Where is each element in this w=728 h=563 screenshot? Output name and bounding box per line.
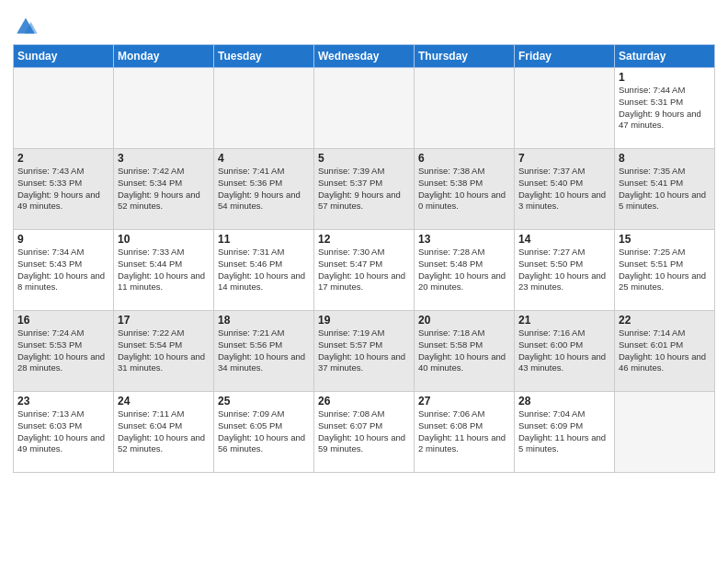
day-info: Sunrise: 7:06 AM Sunset: 6:08 PM Dayligh… bbox=[418, 408, 510, 455]
calendar-day-cell: 14Sunrise: 7:27 AM Sunset: 5:50 PM Dayli… bbox=[515, 230, 615, 311]
calendar-day-header: Monday bbox=[114, 45, 214, 68]
calendar-day-cell bbox=[214, 68, 314, 149]
calendar-day-cell: 28Sunrise: 7:04 AM Sunset: 6:09 PM Dayli… bbox=[515, 392, 615, 473]
day-number: 4 bbox=[218, 152, 310, 165]
day-number: 28 bbox=[518, 395, 610, 408]
header bbox=[13, 9, 715, 39]
calendar-day-cell: 22Sunrise: 7:14 AM Sunset: 6:01 PM Dayli… bbox=[615, 311, 715, 392]
day-info: Sunrise: 7:11 AM Sunset: 6:04 PM Dayligh… bbox=[118, 408, 210, 455]
calendar-day-cell: 9Sunrise: 7:34 AM Sunset: 5:43 PM Daylig… bbox=[14, 230, 114, 311]
calendar-day-cell: 6Sunrise: 7:38 AM Sunset: 5:38 PM Daylig… bbox=[415, 149, 515, 230]
day-info: Sunrise: 7:42 AM Sunset: 5:34 PM Dayligh… bbox=[118, 166, 210, 213]
calendar-day-header: Thursday bbox=[415, 45, 515, 68]
calendar-week-row: 1Sunrise: 7:44 AM Sunset: 5:31 PM Daylig… bbox=[14, 68, 715, 149]
day-number: 12 bbox=[318, 233, 410, 246]
calendar-day-cell: 4Sunrise: 7:41 AM Sunset: 5:36 PM Daylig… bbox=[214, 149, 314, 230]
day-number: 17 bbox=[118, 314, 210, 327]
calendar-day-cell: 19Sunrise: 7:19 AM Sunset: 5:57 PM Dayli… bbox=[314, 311, 415, 392]
calendar-day-header: Sunday bbox=[14, 45, 114, 68]
calendar-day-cell: 24Sunrise: 7:11 AM Sunset: 6:04 PM Dayli… bbox=[114, 392, 214, 473]
day-number: 8 bbox=[619, 152, 711, 165]
calendar-header: SundayMondayTuesdayWednesdayThursdayFrid… bbox=[14, 45, 715, 68]
day-info: Sunrise: 7:44 AM Sunset: 5:31 PM Dayligh… bbox=[619, 85, 711, 132]
calendar-week-row: 23Sunrise: 7:13 AM Sunset: 6:03 PM Dayli… bbox=[14, 392, 715, 473]
day-info: Sunrise: 7:19 AM Sunset: 5:57 PM Dayligh… bbox=[318, 327, 410, 374]
day-info: Sunrise: 7:31 AM Sunset: 5:46 PM Dayligh… bbox=[218, 247, 310, 293]
day-number: 3 bbox=[118, 152, 210, 165]
day-info: Sunrise: 7:30 AM Sunset: 5:47 PM Dayligh… bbox=[318, 247, 410, 293]
day-info: Sunrise: 7:34 AM Sunset: 5:43 PM Dayligh… bbox=[17, 247, 109, 293]
day-number: 13 bbox=[418, 233, 510, 246]
day-number: 27 bbox=[418, 395, 510, 408]
calendar-day-cell: 2Sunrise: 7:43 AM Sunset: 5:33 PM Daylig… bbox=[14, 149, 114, 230]
calendar-day-cell: 5Sunrise: 7:39 AM Sunset: 5:37 PM Daylig… bbox=[314, 149, 415, 230]
day-number: 25 bbox=[218, 395, 310, 408]
calendar-day-cell: 15Sunrise: 7:25 AM Sunset: 5:51 PM Dayli… bbox=[615, 230, 715, 311]
day-number: 15 bbox=[619, 233, 711, 246]
day-info: Sunrise: 7:22 AM Sunset: 5:54 PM Dayligh… bbox=[118, 327, 210, 374]
day-number: 1 bbox=[619, 71, 711, 84]
day-number: 16 bbox=[17, 314, 109, 327]
calendar-day-cell: 27Sunrise: 7:06 AM Sunset: 6:08 PM Dayli… bbox=[415, 392, 515, 473]
day-info: Sunrise: 7:37 AM Sunset: 5:40 PM Dayligh… bbox=[518, 166, 610, 213]
day-number: 14 bbox=[518, 233, 610, 246]
day-info: Sunrise: 7:08 AM Sunset: 6:07 PM Dayligh… bbox=[318, 408, 410, 455]
day-info: Sunrise: 7:35 AM Sunset: 5:41 PM Dayligh… bbox=[619, 166, 711, 213]
day-info: Sunrise: 7:09 AM Sunset: 6:05 PM Dayligh… bbox=[218, 408, 310, 455]
day-info: Sunrise: 7:39 AM Sunset: 5:37 PM Dayligh… bbox=[318, 166, 410, 213]
calendar-day-header: Friday bbox=[515, 45, 615, 68]
day-info: Sunrise: 7:41 AM Sunset: 5:36 PM Dayligh… bbox=[218, 166, 310, 213]
day-number: 5 bbox=[318, 152, 410, 165]
day-number: 26 bbox=[318, 395, 410, 408]
day-info: Sunrise: 7:16 AM Sunset: 6:00 PM Dayligh… bbox=[518, 327, 610, 374]
day-info: Sunrise: 7:27 AM Sunset: 5:50 PM Dayligh… bbox=[518, 247, 610, 293]
page: SundayMondayTuesdayWednesdayThursdayFrid… bbox=[0, 0, 728, 482]
day-info: Sunrise: 7:14 AM Sunset: 6:01 PM Dayligh… bbox=[619, 327, 711, 374]
calendar-day-cell bbox=[314, 68, 415, 149]
day-number: 24 bbox=[118, 395, 210, 408]
calendar-day-cell bbox=[515, 68, 615, 149]
calendar-day-header: Wednesday bbox=[314, 45, 415, 68]
calendar-day-cell: 12Sunrise: 7:30 AM Sunset: 5:47 PM Dayli… bbox=[314, 230, 415, 311]
day-number: 10 bbox=[118, 233, 210, 246]
calendar-day-cell bbox=[14, 68, 114, 149]
calendar-day-cell: 21Sunrise: 7:16 AM Sunset: 6:00 PM Dayli… bbox=[515, 311, 615, 392]
day-number: 2 bbox=[17, 152, 109, 165]
calendar-body: 1Sunrise: 7:44 AM Sunset: 5:31 PM Daylig… bbox=[14, 68, 715, 473]
calendar-day-cell bbox=[415, 68, 515, 149]
logo-icon bbox=[13, 13, 39, 39]
day-info: Sunrise: 7:33 AM Sunset: 5:44 PM Dayligh… bbox=[118, 247, 210, 293]
calendar-day-cell: 18Sunrise: 7:21 AM Sunset: 5:56 PM Dayli… bbox=[214, 311, 314, 392]
day-info: Sunrise: 7:21 AM Sunset: 5:56 PM Dayligh… bbox=[218, 327, 310, 374]
day-number: 22 bbox=[619, 314, 711, 327]
calendar-day-cell: 17Sunrise: 7:22 AM Sunset: 5:54 PM Dayli… bbox=[114, 311, 214, 392]
day-info: Sunrise: 7:43 AM Sunset: 5:33 PM Dayligh… bbox=[17, 166, 109, 213]
calendar-week-row: 2Sunrise: 7:43 AM Sunset: 5:33 PM Daylig… bbox=[14, 149, 715, 230]
calendar-week-row: 16Sunrise: 7:24 AM Sunset: 5:53 PM Dayli… bbox=[14, 311, 715, 392]
calendar-week-row: 9Sunrise: 7:34 AM Sunset: 5:43 PM Daylig… bbox=[14, 230, 715, 311]
day-info: Sunrise: 7:28 AM Sunset: 5:48 PM Dayligh… bbox=[418, 247, 510, 293]
day-number: 9 bbox=[17, 233, 109, 246]
calendar-day-cell: 16Sunrise: 7:24 AM Sunset: 5:53 PM Dayli… bbox=[14, 311, 114, 392]
calendar-day-cell: 20Sunrise: 7:18 AM Sunset: 5:58 PM Dayli… bbox=[415, 311, 515, 392]
day-number: 20 bbox=[418, 314, 510, 327]
day-number: 11 bbox=[218, 233, 310, 246]
day-number: 21 bbox=[518, 314, 610, 327]
day-info: Sunrise: 7:38 AM Sunset: 5:38 PM Dayligh… bbox=[418, 166, 510, 213]
calendar-day-cell: 11Sunrise: 7:31 AM Sunset: 5:46 PM Dayli… bbox=[214, 230, 314, 311]
header-row: SundayMondayTuesdayWednesdayThursdayFrid… bbox=[14, 45, 715, 68]
calendar-day-cell bbox=[615, 392, 715, 473]
calendar-day-cell: 23Sunrise: 7:13 AM Sunset: 6:03 PM Dayli… bbox=[14, 392, 114, 473]
day-number: 23 bbox=[17, 395, 109, 408]
day-info: Sunrise: 7:04 AM Sunset: 6:09 PM Dayligh… bbox=[518, 408, 610, 455]
calendar-day-header: Saturday bbox=[615, 45, 715, 68]
calendar-day-cell: 26Sunrise: 7:08 AM Sunset: 6:07 PM Dayli… bbox=[314, 392, 415, 473]
calendar-day-cell: 1Sunrise: 7:44 AM Sunset: 5:31 PM Daylig… bbox=[615, 68, 715, 149]
day-number: 7 bbox=[518, 152, 610, 165]
calendar-day-cell: 25Sunrise: 7:09 AM Sunset: 6:05 PM Dayli… bbox=[214, 392, 314, 473]
calendar-day-cell: 13Sunrise: 7:28 AM Sunset: 5:48 PM Dayli… bbox=[415, 230, 515, 311]
calendar-day-cell bbox=[114, 68, 214, 149]
day-info: Sunrise: 7:25 AM Sunset: 5:51 PM Dayligh… bbox=[619, 247, 711, 293]
calendar-table: SundayMondayTuesdayWednesdayThursdayFrid… bbox=[13, 44, 715, 473]
calendar-day-cell: 3Sunrise: 7:42 AM Sunset: 5:34 PM Daylig… bbox=[114, 149, 214, 230]
